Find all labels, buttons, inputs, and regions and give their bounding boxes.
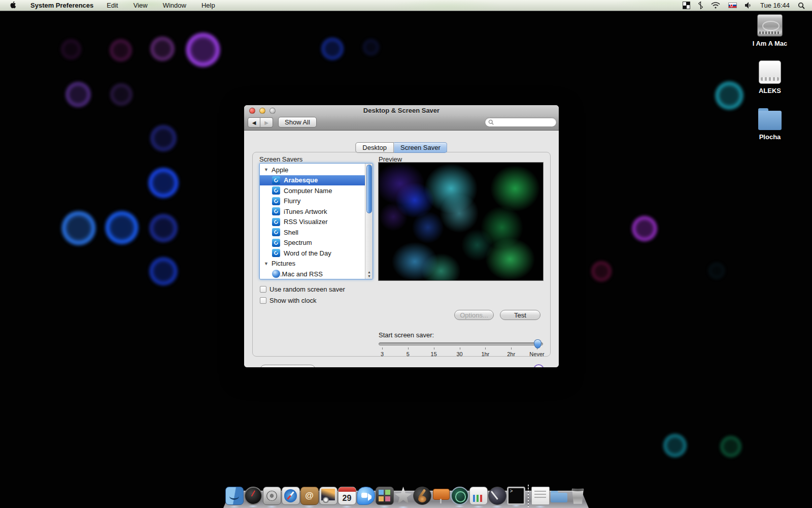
list-scrollbar[interactable]: ▲▼ <box>365 164 373 279</box>
screensaver-preview-image <box>379 163 543 280</box>
dock-icon-safari[interactable] <box>282 487 300 505</box>
dock-icon-pages[interactable] <box>488 487 506 505</box>
screen-saver-item-flurry[interactable]: Flurry <box>260 196 365 207</box>
screen-saver-item-computer-name[interactable]: Computer Name <box>260 185 365 196</box>
wallpaper-dot <box>663 434 687 457</box>
dock-icon-downloads-folder[interactable] <box>550 487 568 505</box>
screen-saver-item-itunes-artwork[interactable]: iTunes Artwork <box>260 206 365 217</box>
tab-screen-saver[interactable]: Screen Saver <box>394 142 448 153</box>
screen-saver-item-label: Flurry <box>284 197 300 205</box>
screen-saver-item-word-of-the-day[interactable]: Word of the Day <box>260 248 365 259</box>
folder-icon <box>758 111 782 130</box>
screensaver-swirl-icon <box>272 207 280 215</box>
forward-button[interactable]: ▶ <box>260 117 273 128</box>
desktop-icon-column: I Am A MacALEKSPlocha <box>737 14 803 154</box>
screensaver-swirl-icon <box>272 186 280 195</box>
screen-saver-item-rss-visualizer[interactable]: RSS Visualizer <box>260 217 365 228</box>
screen-saver-listbox: ▼AppleArabesqueComputer NameFlurryiTunes… <box>259 163 373 279</box>
dock-icon-addressbook[interactable] <box>300 487 319 505</box>
menu-item-window[interactable]: Window <box>163 2 186 9</box>
menu-item-help[interactable]: Help <box>201 2 215 9</box>
dock-icon-numbers[interactable] <box>469 487 488 505</box>
desktop-icon-label: ALEKS <box>759 87 781 94</box>
slovak-flag-icon[interactable] <box>728 3 737 8</box>
dock-icon-ical[interactable]: 29 <box>338 487 356 505</box>
disclosure-triangle-icon[interactable]: ▼ <box>264 167 270 172</box>
hot-corners-button[interactable]: Hot Corners... <box>260 365 316 367</box>
dock-icon-finder[interactable] <box>225 487 244 505</box>
slider-tick-label: 2hr <box>507 351 515 357</box>
apple-menu-icon[interactable] <box>10 2 17 10</box>
wallpaper-dot <box>149 257 178 285</box>
search-icon <box>488 119 494 125</box>
screensaver-delay-slider-track[interactable] <box>379 342 543 345</box>
wallpaper-dot <box>148 168 179 198</box>
desktop-icon-plocha[interactable]: Plocha <box>737 108 803 141</box>
menu-bar-clock[interactable]: Tue 16:44 <box>760 2 790 9</box>
dock-icon-iphoto[interactable] <box>319 487 337 505</box>
help-button[interactable]: ? <box>533 364 544 367</box>
screen-saver-item-spectrum[interactable]: Spectrum <box>260 238 365 248</box>
bluetooth-icon[interactable] <box>698 2 703 9</box>
dock-icon-terminal[interactable] <box>507 487 525 505</box>
active-app-name[interactable]: System Preferences <box>30 2 93 9</box>
search-input[interactable] <box>496 119 552 126</box>
back-button[interactable]: ◀ <box>248 117 260 128</box>
tab-desktop[interactable]: Desktop <box>355 142 394 153</box>
wallpaper-dot <box>186 33 220 67</box>
menu-item-view[interactable]: View <box>133 2 148 9</box>
dock-icon-dashboard[interactable] <box>244 487 262 505</box>
screen-saver-item-arabesque[interactable]: Arabesque <box>260 175 365 186</box>
tab-bar: Desktop Screen Saver <box>355 142 447 153</box>
scrollbar-thumb[interactable] <box>366 165 372 213</box>
start-screensaver-label: Start screen saver: <box>379 331 434 339</box>
dock-icon-sysprefs[interactable] <box>263 487 281 505</box>
menu-item-edit[interactable]: Edit <box>107 2 118 9</box>
checkbox[interactable] <box>260 286 266 293</box>
screen-saver-item--mac-and-rss[interactable]: .Mac and RSS <box>260 269 365 279</box>
show-all-button[interactable]: Show All <box>278 117 317 128</box>
options-button[interactable]: Options... <box>454 310 494 320</box>
screensaver-swirl-icon <box>272 218 280 226</box>
spotlight-icon[interactable] <box>798 2 805 9</box>
search-field[interactable] <box>485 117 557 127</box>
scrollbar-arrows[interactable]: ▲▼ <box>365 270 373 278</box>
volume-icon[interactable] <box>745 2 752 9</box>
dock-icon-timemachine[interactable] <box>451 487 469 505</box>
checkbox-label: Show with clock <box>269 297 316 304</box>
slider-tick-label: 15 <box>431 351 437 357</box>
desktop-icon-i-am-a-mac[interactable]: I Am A Mac <box>737 14 803 47</box>
screen-saver-item-pictures[interactable]: ▼Pictures <box>260 259 365 269</box>
wallpaper-dot <box>110 39 132 61</box>
screen-saver-item-label: Word of the Day <box>284 249 331 257</box>
screen-saver-item-label: Apple <box>272 166 288 174</box>
wifi-icon[interactable] <box>711 2 720 9</box>
wallpaper-dot <box>720 436 741 457</box>
screen-saver-item-apple[interactable]: ▼Apple <box>260 165 365 175</box>
checkbox[interactable] <box>260 297 266 304</box>
checkbox-label: Use random screen saver <box>269 285 345 293</box>
dock-icon-frontrow[interactable] <box>376 487 394 505</box>
screensaver-swirl-icon <box>272 197 280 205</box>
dock-icon-ichat[interactable] <box>357 487 375 505</box>
ical-red-band <box>339 487 356 492</box>
dock-icon-docs-stack[interactable] <box>531 487 550 505</box>
slider-tick-label: 1hr <box>481 351 489 357</box>
screen-saver-item-label: Computer Name <box>284 187 332 195</box>
dock-icon-keynote[interactable] <box>432 487 450 505</box>
screen-saver-item-shell[interactable]: Shell <box>260 227 365 238</box>
dock-icon-trash[interactable] <box>569 487 587 505</box>
dock-icon-quicksilver[interactable] <box>394 487 413 505</box>
slider-tick <box>382 347 383 350</box>
window-titlebar[interactable]: Desktop & Screen Saver ◀ ▶ Show All <box>244 105 559 131</box>
disclosure-triangle-icon[interactable]: ▼ <box>264 261 270 266</box>
input-source-icon[interactable] <box>683 2 690 9</box>
dock-icon-garageband[interactable] <box>413 487 431 505</box>
checkbox-row-show-with-clock[interactable]: Show with clock <box>260 297 316 304</box>
wallpaper-dot <box>150 125 177 151</box>
external-drive-icon <box>759 60 781 84</box>
test-button[interactable]: Test <box>500 310 540 320</box>
desktop-icon-aleks[interactable]: ALEKS <box>737 60 803 94</box>
screen-savers-label: Screen Savers <box>259 155 302 163</box>
checkbox-row-use-random-screen-saver[interactable]: Use random screen saver <box>260 285 345 293</box>
